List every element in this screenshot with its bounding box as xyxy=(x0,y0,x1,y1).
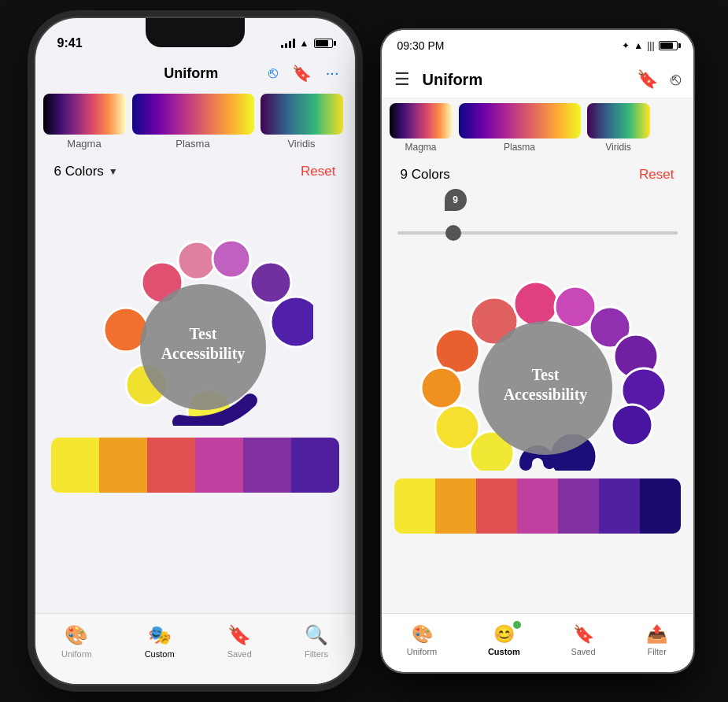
svg-point-7 xyxy=(271,297,313,347)
p2-slider-container: 9 xyxy=(382,189,693,242)
p1-color-wheel: Test Accessibility xyxy=(77,190,313,426)
phone2-inner: 09:30 PM ✦ ▲ ||| ☰ Uniform 🔖 ⎋ xyxy=(382,30,693,672)
p2-color-wheel: Test Accessibility xyxy=(404,250,671,471)
p2-palette-seg-3 xyxy=(476,478,517,534)
p1-palette-seg-4 xyxy=(195,438,243,493)
p1-nav-title: Uniform xyxy=(164,65,218,82)
svg-point-6 xyxy=(250,262,291,303)
p2-battery-icon xyxy=(659,41,678,50)
main-scene: 9:41 ▲ Uniform ⎋ 🔖 ··· xyxy=(0,0,728,702)
p1-colors-count[interactable]: 6 Colors ▼ xyxy=(54,164,118,179)
svg-point-19 xyxy=(421,368,462,408)
p1-palette-seg-6 xyxy=(291,438,339,493)
p2-reset-button[interactable]: Reset xyxy=(639,167,674,183)
p1-strip-viridis-label: Viridis xyxy=(287,138,315,150)
p1-reset-button[interactable]: Reset xyxy=(301,164,335,179)
p1-strip-magma[interactable]: Magma xyxy=(43,94,126,150)
p1-time: 9:41 xyxy=(57,36,83,50)
p2-tab-saved-label: Saved xyxy=(571,647,595,656)
phone1: 9:41 ▲ Uniform ⎋ 🔖 ··· xyxy=(34,17,357,685)
p1-tab-uniform-label: Uniform xyxy=(61,649,92,659)
p2-tab-saved[interactable]: 🔖 Saved xyxy=(571,624,595,656)
p2-colors-count-row: 9 Colors Reset xyxy=(382,157,693,189)
p2-tab-filter-label: Filter xyxy=(647,647,666,656)
p1-bookmark-icon[interactable]: 🔖 xyxy=(292,64,312,83)
p2-strip-scroll: Magma Plasma Viridis xyxy=(382,98,693,157)
p2-strip-magma-label: Magma xyxy=(405,142,436,153)
p2-palette-seg-5 xyxy=(558,478,599,534)
p2-tab-uniform-label: Uniform xyxy=(407,647,438,656)
p2-tab-filter-icon: 📤 xyxy=(646,624,667,645)
svg-text:Test: Test xyxy=(189,325,216,342)
p2-strip-viridis[interactable]: Viridis xyxy=(587,103,650,153)
p2-time: 09:30 PM xyxy=(397,39,445,52)
phone1-notch xyxy=(146,18,245,47)
p2-tab-custom[interactable]: 😊 Custom xyxy=(488,624,520,656)
p2-bluetooth-icon: ✦ xyxy=(622,40,630,51)
p1-tab-uniform[interactable]: 🎨 Uniform xyxy=(61,624,92,659)
p1-navbar: Uniform ⎋ 🔖 ··· xyxy=(35,57,355,89)
p2-palette-bar xyxy=(394,478,681,534)
p2-share-icon[interactable]: ⎋ xyxy=(671,69,681,90)
p1-wheel-area: Test Accessibility xyxy=(35,186,355,430)
svg-point-5 xyxy=(212,240,250,278)
p1-tab-saved-icon: 🔖 xyxy=(227,624,251,646)
p2-status-bar: 09:30 PM ✦ ▲ ||| xyxy=(382,30,693,61)
p1-strip-plasma[interactable]: Plasma xyxy=(132,94,254,150)
p1-wifi-icon: ▲ xyxy=(300,38,309,49)
p2-palette-seg-1 xyxy=(394,478,435,534)
p1-tab-custom[interactable]: 🎭 Custom xyxy=(145,624,175,659)
p1-tab-filters[interactable]: 🔍 Filters xyxy=(305,624,328,659)
p1-battery-icon xyxy=(314,39,333,48)
p2-wheel-container: Test Accessibility xyxy=(382,242,693,478)
p2-navbar: ☰ Uniform 🔖 ⎋ xyxy=(382,61,693,98)
p1-strip-plasma-label: Plasma xyxy=(176,138,209,150)
p2-strip-viridis-label: Viridis xyxy=(605,142,630,153)
p2-tab-uniform[interactable]: 🎨 Uniform xyxy=(407,624,438,656)
p2-slider-track[interactable] xyxy=(397,231,678,235)
p2-tab-custom-icon: 😊 xyxy=(493,624,515,644)
svg-text:Accessibility: Accessibility xyxy=(503,386,587,404)
p1-tab-filters-label: Filters xyxy=(305,649,328,659)
p1-strip-viridis[interactable]: Viridis xyxy=(261,94,343,150)
p1-palette-seg-5 xyxy=(243,438,291,493)
p2-content: Magma Plasma Viridis 9 Colors Reset xyxy=(382,98,693,613)
p1-tab-saved[interactable]: 🔖 Saved xyxy=(227,624,252,659)
p2-tab-bar: 🎨 Uniform 😊 Custom 🔖 Saved 📤 Filter xyxy=(382,613,693,672)
svg-point-17 xyxy=(612,405,652,445)
phone2: 09:30 PM ✦ ▲ ||| ☰ Uniform 🔖 ⎋ xyxy=(380,28,695,674)
p2-signal-icon: ||| xyxy=(647,40,654,51)
p1-tab-custom-icon: 🎭 xyxy=(148,624,172,646)
p2-nav-icons: 🔖 ⎋ xyxy=(637,69,681,90)
svg-text:Test: Test xyxy=(531,366,559,383)
p2-tab-uniform-icon: 🎨 xyxy=(412,624,433,645)
p2-tab-filter[interactable]: 📤 Filter xyxy=(646,624,667,656)
svg-text:Accessibility: Accessibility xyxy=(161,345,245,363)
p1-palette-seg-2 xyxy=(99,438,147,493)
p2-menu-icon[interactable]: ☰ xyxy=(394,69,410,90)
p2-wifi-icon: ▲ xyxy=(634,40,643,51)
p2-bookmark-icon[interactable]: 🔖 xyxy=(637,69,658,90)
p1-more-icon[interactable]: ··· xyxy=(326,64,339,83)
p2-slider-thumb[interactable] xyxy=(445,225,461,241)
p2-palette-seg-6 xyxy=(599,478,640,534)
svg-point-4 xyxy=(178,242,216,279)
p2-slider-bubble: 9 xyxy=(445,189,467,211)
svg-point-12 xyxy=(514,282,558,326)
p1-colors-count-row: 6 Colors ▼ Reset xyxy=(35,154,355,186)
p1-signal-icon xyxy=(281,39,295,48)
p2-palette-seg-2 xyxy=(435,478,476,534)
p1-palette-seg-1 xyxy=(51,438,99,493)
p2-status-icons: ✦ ▲ ||| xyxy=(622,40,677,51)
p1-tab-saved-label: Saved xyxy=(227,649,252,659)
p1-share-icon[interactable]: ⎋ xyxy=(268,64,278,83)
p1-tab-uniform-icon: 🎨 xyxy=(65,624,88,646)
p1-tab-custom-label: Custom xyxy=(145,649,175,659)
p1-palette-seg-3 xyxy=(147,438,195,493)
p2-strip-magma[interactable]: Magma xyxy=(390,103,453,153)
p1-tab-filters-icon: 🔍 xyxy=(305,624,328,646)
p2-tab-custom-label: Custom xyxy=(488,647,520,656)
p2-colors-count: 9 Colors xyxy=(401,167,450,183)
p1-strip-magma-label: Magma xyxy=(67,138,101,150)
p2-strip-plasma[interactable]: Plasma xyxy=(459,103,581,153)
